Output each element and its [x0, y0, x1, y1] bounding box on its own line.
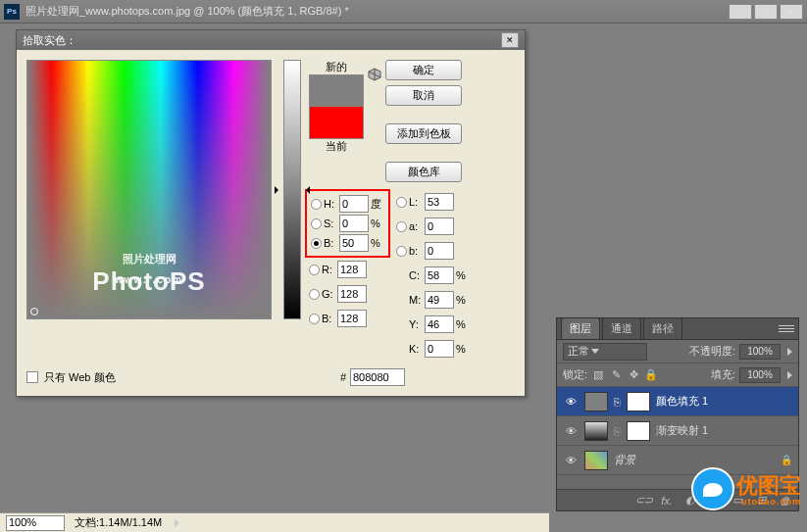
link-icon[interactable]: ⎘ [614, 396, 621, 408]
lab-a-input[interactable] [425, 218, 454, 235]
red-input[interactable] [337, 261, 367, 278]
layer-mask-thumbnail[interactable] [627, 421, 650, 441]
layer-name[interactable]: 颜色填充 1 [656, 394, 792, 409]
document-size-label: 文档:1.14M/1.14M [75, 515, 162, 530]
fill-label: 填充: [711, 367, 735, 382]
fill-flyout-icon[interactable] [787, 371, 792, 379]
red-radio[interactable] [309, 265, 320, 275]
only-web-colors-checkbox[interactable] [26, 371, 38, 383]
color-swatch [309, 74, 364, 139]
lab-b-radio[interactable] [396, 246, 407, 257]
lock-transparent-icon[interactable]: ▧ [591, 368, 605, 382]
layer-row[interactable]: 👁 ⎘ 渐变映射 1 [557, 416, 798, 446]
add-to-swatches-button[interactable]: 添加到色板 [385, 123, 462, 144]
fill-input[interactable]: 100% [739, 367, 781, 383]
hex-prefix: # [340, 371, 346, 383]
zoom-input[interactable]: 100% [6, 515, 65, 531]
lock-label: 锁定: [563, 367, 587, 382]
watermark-logo: 优图宝 utobao.com [691, 467, 801, 510]
hue-radio[interactable] [311, 199, 322, 210]
tab-paths[interactable]: 路径 [643, 317, 682, 339]
tab-layers[interactable]: 图层 [561, 317, 600, 339]
current-color-label: 当前 [326, 139, 347, 154]
lock-pixels-icon[interactable]: ✎ [609, 368, 623, 382]
lock-all-icon[interactable]: 🔒 [644, 368, 658, 382]
close-window-button[interactable]: ✕ [780, 4, 803, 20]
blue-input[interactable] [337, 310, 367, 327]
green-input[interactable] [337, 285, 367, 303]
color-picker-dialog: 拾取实色： ✕ 照片处理网 www. .com PhotoPS [16, 29, 526, 397]
status-flyout-icon[interactable] [175, 519, 179, 527]
new-color-preview [310, 75, 363, 107]
layer-mask-thumbnail[interactable] [627, 392, 650, 411]
saturation-input[interactable] [339, 215, 369, 232]
cancel-button[interactable]: 取消 [385, 85, 462, 106]
lab-b-input[interactable] [425, 242, 454, 260]
blend-mode-select[interactable]: 正常 [563, 343, 647, 361]
chevron-down-icon [591, 349, 599, 354]
opacity-label: 不透明度: [689, 344, 735, 359]
hex-input[interactable] [350, 368, 405, 386]
only-web-colors-label: 只有 Web 颜色 [44, 370, 116, 385]
link-layers-icon[interactable]: ⊂⊃ [635, 494, 651, 507]
layer-thumbnail[interactable] [584, 392, 608, 411]
cyan-input[interactable] [425, 266, 454, 284]
layer-row[interactable]: 👁 ⎘ 颜色填充 1 [557, 387, 798, 416]
layer-thumbnail[interactable] [584, 421, 608, 441]
visibility-toggle-icon[interactable]: 👁 [563, 423, 579, 439]
yellow-input[interactable] [425, 315, 454, 333]
brightness-slider[interactable] [283, 60, 301, 319]
color-field[interactable]: 照片处理网 www. .com PhotoPS [26, 60, 272, 319]
magenta-input[interactable] [425, 291, 454, 309]
lock-icon: 🔒 [781, 455, 792, 465]
brightness-radio[interactable] [311, 238, 322, 249]
dialog-title: 拾取实色： [23, 33, 76, 48]
hue-input[interactable] [339, 195, 369, 213]
layer-thumbnail[interactable] [584, 451, 608, 470]
link-icon[interactable]: ⎘ [614, 425, 621, 437]
opacity-flyout-icon[interactable] [787, 348, 792, 356]
brightness-input[interactable] [339, 234, 369, 252]
panel-menu-icon[interactable] [779, 321, 794, 335]
saturation-radio[interactable] [311, 218, 322, 229]
blue-radio[interactable] [309, 314, 320, 324]
lock-position-icon[interactable]: ✥ [627, 368, 640, 382]
layer-name[interactable]: 背景 [614, 453, 775, 467]
gamut-warning-icon[interactable] [368, 68, 381, 81]
window-titlebar: Ps 照片处理网_www.photops.com.jpg @ 100% (颜色填… [0, 0, 807, 24]
tab-channels[interactable]: 通道 [602, 317, 641, 339]
opacity-input[interactable]: 100% [739, 344, 781, 360]
dialog-close-button[interactable]: ✕ [501, 32, 519, 48]
lab-a-radio[interactable] [396, 221, 407, 232]
bird-icon [691, 467, 734, 510]
visibility-toggle-icon[interactable]: 👁 [563, 453, 579, 468]
status-bar: 100% 文档:1.14M/1.14M [0, 512, 549, 532]
black-input[interactable] [425, 340, 454, 358]
watermark-text: 照片处理网 [27, 252, 271, 266]
lab-l-radio[interactable] [396, 197, 407, 208]
minimize-button[interactable]: — [729, 4, 752, 20]
layer-effects-icon[interactable]: fx. [659, 495, 675, 507]
color-libraries-button[interactable]: 颜色库 [385, 162, 462, 182]
new-color-label: 新的 [326, 60, 347, 74]
lab-l-input[interactable] [425, 193, 454, 211]
current-color-preview[interactable] [310, 107, 363, 138]
app-icon: Ps [4, 4, 20, 20]
visibility-toggle-icon[interactable]: 👁 [563, 394, 579, 410]
color-cursor-icon [30, 308, 38, 315]
layer-name[interactable]: 渐变映射 1 [656, 423, 792, 438]
green-radio[interactable] [309, 289, 320, 300]
window-title: 照片处理网_www.photops.com.jpg @ 100% (颜色填充 1… [25, 4, 729, 19]
ok-button[interactable]: 确定 [385, 60, 462, 80]
maximize-button[interactable]: ☐ [754, 4, 778, 20]
